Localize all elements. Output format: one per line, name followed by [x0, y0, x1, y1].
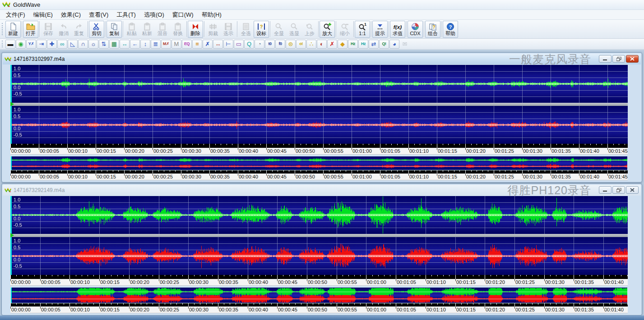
small-clock-icon[interactable]: ◔: [255, 40, 264, 49]
axis-tick: [93, 275, 94, 276]
left-channel-waveform[interactable]: 1.00.50.0-0.5: [10, 65, 628, 103]
axis-tick: [254, 275, 254, 276]
toolbar-grip[interactable]: [2, 41, 4, 47]
close-button[interactable]: [626, 55, 639, 63]
window-titlebar[interactable]: 1471673292149.m4a得胜PH120录音: [3, 185, 641, 196]
axis-tick: [340, 170, 341, 172]
menu-item-3[interactable]: 查看(V): [85, 10, 112, 20]
delete-button[interactable]: 删除: [188, 21, 203, 38]
axis-tick: [265, 303, 266, 305]
overview-panel[interactable]: [10, 287, 628, 303]
left-channel-waveform[interactable]: 1.00.50.0-0.5: [10, 196, 628, 234]
axis-tick: [509, 275, 509, 276]
arrow-to-wall-icon[interactable]: ⇥: [37, 40, 46, 49]
eq-eye-icon[interactable]: EQ: [182, 40, 192, 49]
cdx-button[interactable]: CDX: [408, 21, 423, 38]
diamond-icon[interactable]: ◆: [338, 40, 347, 49]
o-exclaim-icon[interactable]: o!: [296, 40, 306, 49]
sparkle-x-icon[interactable]: ✗: [203, 40, 213, 49]
new-button[interactable]: 新建: [5, 21, 21, 38]
menu-item-4[interactable]: 工具(T): [112, 10, 140, 20]
t-zero-clock-icon[interactable]: t0: [265, 40, 275, 49]
axis-tick: [574, 303, 574, 306]
hint-button[interactable]: 提示: [372, 21, 388, 38]
time-label: 00:00:35: [210, 148, 230, 154]
join-button[interactable]: ?组合: [425, 21, 440, 38]
cut-button[interactable]: 剪切: [89, 21, 104, 38]
axis-tick: [218, 275, 218, 279]
overview-panel[interactable]: [10, 156, 628, 170]
right-channel-waveform[interactable]: 1.00.50.0-0.5: [10, 237, 628, 275]
expand-arrows-icon[interactable]: ✚: [47, 40, 57, 49]
grid-table-icon[interactable]: ▦: [109, 40, 119, 49]
axis-tick: [200, 303, 200, 305]
hz-play-icon[interactable]: Hz: [348, 40, 358, 49]
set-marker-button[interactable]: ?设标: [254, 21, 269, 38]
ramp-triangle-icon[interactable]: ◺: [68, 40, 78, 49]
f-zero-clock-icon[interactable]: f0: [275, 40, 285, 49]
mx-gray-icon[interactable]: M: [171, 40, 181, 49]
arc-icon[interactable]: ∩: [78, 40, 88, 49]
toolbar-grip[interactable]: [2, 23, 4, 35]
menu-item-5[interactable]: 选项(O): [140, 10, 168, 20]
evaluate-button[interactable]: f(x)求值: [390, 21, 405, 38]
axis-label-tick: [574, 306, 574, 309]
mx-red-green-icon[interactable]: M✗: [161, 40, 171, 49]
axis-tick: [301, 303, 301, 305]
restore-button[interactable]: [612, 55, 625, 63]
menu-item-1[interactable]: 编辑(E): [29, 10, 57, 20]
help-button[interactable]: ?帮助: [443, 21, 458, 38]
red-green-circle-icon[interactable]: ◐: [317, 40, 327, 49]
node-curve-icon[interactable]: ∴: [306, 40, 316, 49]
split-arrows-icon[interactable]: ⇅: [99, 40, 109, 49]
hz-wave-icon[interactable]: Hz: [358, 40, 368, 49]
axis-tick: [123, 303, 124, 305]
open-button[interactable]: 打开: [23, 21, 38, 38]
axis-tick: [503, 275, 503, 276]
restore-button[interactable]: [612, 186, 625, 194]
window-2[interactable]: 1471673292149.m4a得胜PH120录音1.00.50.0-0.51…: [1, 183, 642, 315]
left-arrow-icon[interactable]: ←: [130, 40, 140, 49]
axis-tick: [514, 275, 515, 279]
axis-tick: [188, 303, 189, 306]
red-x-figure-icon[interactable]: ✗: [327, 40, 337, 49]
black-bar-icon[interactable]: ▬: [5, 40, 15, 49]
yellow-rings-icon[interactable]: ⊜: [286, 40, 296, 49]
axis-tick: [596, 170, 597, 172]
capsule-icon[interactable]: ▭: [234, 40, 244, 49]
arrows-x-icon[interactable]: ↔: [213, 40, 223, 49]
vertical-arrows-icon[interactable]: ↕: [140, 40, 150, 49]
right-channel-waveform[interactable]: 1.00.50.0-0.5: [10, 106, 628, 144]
svg-text:?: ?: [432, 25, 435, 30]
menu-item-7[interactable]: 帮助(H): [198, 10, 226, 20]
rotate-arrows-icon[interactable]: ⇄: [369, 40, 379, 49]
diamond-icon-glyph: ◆: [340, 41, 345, 47]
minimize-button[interactable]: [599, 186, 612, 194]
pin-lines-icon[interactable]: ⊢: [223, 40, 233, 49]
q-exclaim-icon[interactable]: Q!: [379, 40, 389, 49]
zoom-in-button[interactable]: 放大: [320, 21, 335, 38]
linked-ovals-icon[interactable]: ∞: [57, 40, 67, 49]
green-target-icon[interactable]: ◉: [16, 40, 26, 49]
delete-icon: [191, 22, 200, 31]
axis-tick: [295, 275, 296, 276]
menu-item-0[interactable]: 文件(F): [2, 10, 29, 20]
menu-item-2[interactable]: 效果(C): [57, 10, 85, 20]
app-titlebar[interactable]: GoldWave: [0, 0, 644, 10]
close-button[interactable]: [626, 186, 639, 194]
copy-button[interactable]: 复制: [107, 21, 122, 38]
zoom-1-1-button[interactable]: 11:1: [355, 21, 370, 38]
gear-star-icon[interactable]: ☼: [88, 40, 98, 49]
menu-item-6[interactable]: 窗口(W): [168, 10, 198, 20]
pie-clock-icon[interactable]: ◕: [389, 40, 399, 49]
redo-button: 重复: [71, 21, 87, 38]
window-titlebar[interactable]: 1471673102997.m4a一般麦克风录音: [3, 54, 641, 64]
axis-tick: [238, 170, 238, 174]
yx-axis-icon[interactable]: Y✗: [26, 40, 36, 49]
resize-box-icon[interactable]: ↔: [120, 40, 130, 49]
window-1[interactable]: 1471673102997.m4a一般麦克风录音1.00.50.0-0.51.0…: [1, 52, 642, 183]
minimize-button[interactable]: [599, 55, 612, 63]
teal-magnifier-icon[interactable]: Q: [244, 40, 254, 49]
sliders-icon[interactable]: ≣: [151, 40, 161, 49]
mixer-icon[interactable]: ≡: [192, 40, 202, 49]
